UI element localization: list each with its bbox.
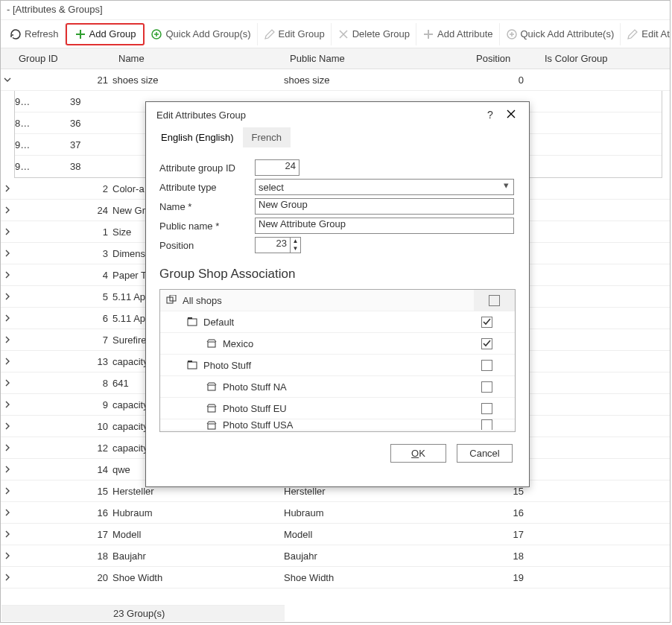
refresh-button[interactable]: Refresh — [4, 23, 66, 45]
col-name[interactable]: Name — [112, 53, 284, 64]
language-tabs: English (English) French — [146, 127, 529, 147]
row-pos: 19 — [470, 572, 539, 583]
table-row[interactable]: 21 shoes size shoes size 0 — [1, 69, 670, 91]
edit-attributes-group-dialog: Edit Attributes Group ? English (English… — [145, 101, 530, 487]
ok-button[interactable]: OK — [390, 444, 446, 463]
edit-group-button[interactable]: Edit Group — [258, 23, 332, 45]
svg-rect-9 — [208, 385, 215, 390]
edit-attribute-button[interactable]: Edit Attribute — [621, 23, 671, 45]
spin-up-icon[interactable]: ▲ — [291, 238, 300, 245]
delete-group-label: Delete Group — [352, 28, 410, 39]
expand-icon[interactable] — [1, 226, 14, 238]
shop-row-photo-usa[interactable]: Photo Stuff USA — [160, 419, 515, 431]
expand-icon[interactable] — [1, 334, 14, 346]
expand-icon[interactable] — [1, 442, 14, 454]
checkbox[interactable] — [481, 317, 492, 328]
row-public: shoes size — [284, 74, 470, 86]
expand-icon[interactable] — [1, 572, 14, 583]
shop-row-photo-na[interactable]: Photo Stuff NA — [160, 376, 515, 398]
plus-icon — [75, 28, 86, 40]
shop-row-all[interactable]: All shops — [160, 290, 515, 311]
tab-french[interactable]: French — [243, 127, 291, 147]
row-id: 3 — [14, 248, 112, 259]
delete-group-button[interactable]: Delete Group — [332, 23, 416, 45]
table-row[interactable]: 20Shoe WidthShoe Width19 — [1, 567, 670, 588]
expand-icon[interactable] — [1, 378, 14, 389]
checkbox[interactable] — [481, 419, 492, 431]
tab-english[interactable]: English (English) — [152, 127, 243, 147]
row-pos: 16 — [470, 507, 539, 518]
expand-icon[interactable] — [1, 464, 14, 475]
expand-icon[interactable] — [1, 248, 14, 259]
col-group-id[interactable]: Group ID — [14, 53, 112, 64]
row-id: 10 — [14, 421, 112, 432]
title-suffix: - [Attributes & Groups] — [7, 4, 103, 15]
spin-down-icon[interactable]: ▼ — [291, 245, 300, 253]
table-row[interactable]: 17ModellModell17 — [1, 524, 670, 545]
row-id: 8 — [14, 378, 112, 389]
row-id: 13 — [14, 356, 112, 367]
expand-icon[interactable] — [1, 356, 14, 367]
label-position: Position — [159, 240, 255, 251]
col-position[interactable]: Position — [470, 53, 539, 64]
quick-add-groups-button[interactable]: Quick Add Group(s) — [145, 23, 257, 45]
table-row[interactable]: 16HubraumHubraum16 — [1, 502, 670, 524]
svg-rect-11 — [208, 424, 215, 429]
input-name[interactable]: New Group — [255, 198, 514, 215]
input-group-id[interactable]: 24 — [255, 159, 299, 176]
expand-icon[interactable] — [1, 421, 14, 432]
row-name: shoes size — [112, 74, 284, 86]
input-position[interactable]: 23 — [255, 237, 291, 253]
row-pos: 17 — [470, 529, 539, 540]
table-row[interactable]: 18BaujahrBaujahr18 — [1, 545, 670, 567]
store-icon — [206, 419, 218, 431]
close-button[interactable] — [501, 109, 522, 121]
checkbox[interactable] — [481, 360, 492, 371]
row-id: 91 — [15, 161, 70, 172]
quick-add-attributes-button[interactable]: Quick Add Attribute(s) — [500, 23, 621, 45]
row-public: Baujahr — [284, 551, 470, 562]
grid-header-row: Group ID Name Public Name Position Is Co… — [1, 48, 670, 69]
label-group-id: Attribute group ID — [159, 162, 255, 174]
help-button[interactable]: ? — [480, 109, 501, 121]
expand-icon[interactable] — [1, 486, 14, 497]
expand-icon[interactable] — [1, 291, 14, 302]
shop-association-tree: All shops Default Mexico Photo Stuff Pho — [159, 289, 516, 432]
shop-label: Photo Stuff NA — [223, 381, 287, 393]
row-id: 89 — [15, 118, 70, 129]
row-id: 9 — [14, 399, 112, 410]
col-public-name[interactable]: Public Name — [284, 53, 470, 64]
pencil-grey-icon — [627, 28, 638, 40]
svg-rect-5 — [188, 317, 192, 319]
shop-row-mexico[interactable]: Mexico — [160, 333, 515, 355]
expand-icon[interactable] — [1, 529, 14, 540]
store-icon — [206, 381, 218, 393]
select-attribute-type[interactable]: select ▾ — [255, 179, 514, 195]
shop-row-default[interactable]: Default — [160, 311, 515, 333]
expand-icon[interactable] — [1, 313, 14, 324]
expand-icon[interactable] — [1, 270, 14, 281]
expand-icon[interactable] — [1, 205, 14, 216]
row-id: 14 — [14, 464, 112, 475]
spinner-buttons[interactable]: ▲▼ — [291, 237, 301, 253]
shop-row-photo-stuff[interactable]: Photo Stuff — [160, 355, 515, 376]
checkbox[interactable] — [481, 338, 492, 349]
add-group-button[interactable]: Add Group — [66, 23, 145, 45]
row-id: 6 — [14, 313, 112, 324]
checkbox[interactable] — [481, 381, 492, 393]
expand-icon[interactable] — [1, 399, 14, 410]
col-is-color-group[interactable]: Is Color Group — [539, 53, 670, 64]
add-attribute-button[interactable]: Add Attribute — [416, 23, 499, 45]
input-public-name[interactable]: New Attribute Group — [255, 218, 514, 234]
expand-icon[interactable] — [1, 507, 14, 518]
expand-icon[interactable] — [1, 183, 14, 194]
cancel-button[interactable]: Cancel — [457, 444, 513, 463]
shops-icon — [166, 294, 178, 306]
expand-icon[interactable] — [1, 74, 14, 86]
checkbox[interactable] — [489, 295, 500, 306]
expand-icon[interactable] — [1, 551, 14, 562]
checkbox[interactable] — [481, 403, 492, 414]
shop-row-photo-eu[interactable]: Photo Stuff EU — [160, 398, 515, 419]
refresh-label: Refresh — [25, 28, 59, 39]
plus-grey-icon — [422, 28, 434, 40]
